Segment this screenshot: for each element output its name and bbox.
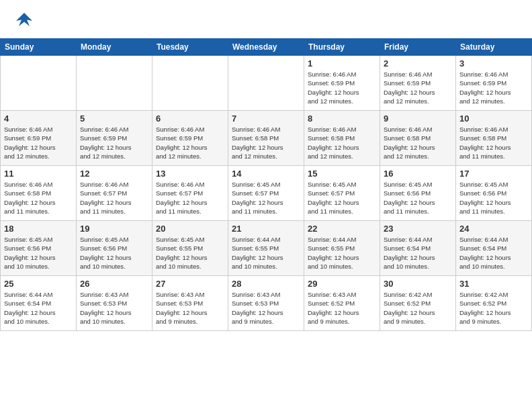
day-number: 19 <box>80 224 148 234</box>
weekday-header: Friday <box>380 39 456 56</box>
weekday-header: Sunday <box>1 39 77 56</box>
calendar-cell: 12Sunrise: 6:46 AM Sunset: 6:57 PM Dayli… <box>77 166 152 221</box>
calendar-week-row: 25Sunrise: 6:44 AM Sunset: 6:54 PM Dayli… <box>1 276 532 331</box>
calendar-cell: 29Sunrise: 6:43 AM Sunset: 6:52 PM Dayli… <box>304 276 380 331</box>
calendar-cell: 19Sunrise: 6:45 AM Sunset: 6:56 PM Dayli… <box>77 221 152 276</box>
day-number: 16 <box>384 169 452 179</box>
calendar-cell: 4Sunrise: 6:46 AM Sunset: 6:59 PM Daylig… <box>1 111 77 166</box>
day-info: Sunrise: 6:45 AM Sunset: 6:56 PM Dayligh… <box>384 180 452 216</box>
day-info: Sunrise: 6:44 AM Sunset: 6:55 PM Dayligh… <box>308 235 376 271</box>
day-number: 9 <box>384 113 452 124</box>
day-info: Sunrise: 6:43 AM Sunset: 6:52 PM Dayligh… <box>308 290 376 326</box>
day-info: Sunrise: 6:46 AM Sunset: 6:59 PM Dayligh… <box>4 125 73 161</box>
calendar-cell: 25Sunrise: 6:44 AM Sunset: 6:54 PM Dayli… <box>1 276 77 331</box>
day-info: Sunrise: 6:46 AM Sunset: 6:59 PM Dayligh… <box>384 70 452 105</box>
weekday-header: Wednesday <box>228 39 304 56</box>
day-number: 7 <box>232 113 300 124</box>
calendar-cell: 28Sunrise: 6:43 AM Sunset: 6:53 PM Dayli… <box>228 276 304 331</box>
calendar-week-row: 11Sunrise: 6:46 AM Sunset: 6:58 PM Dayli… <box>1 166 532 221</box>
day-info: Sunrise: 6:42 AM Sunset: 6:52 PM Dayligh… <box>459 290 528 326</box>
day-number: 22 <box>308 224 376 234</box>
day-info: Sunrise: 6:46 AM Sunset: 6:58 PM Dayligh… <box>384 125 452 161</box>
day-number: 20 <box>156 224 224 234</box>
day-number: 27 <box>156 279 224 289</box>
calendar-cell: 13Sunrise: 6:46 AM Sunset: 6:57 PM Dayli… <box>152 166 228 221</box>
day-info: Sunrise: 6:46 AM Sunset: 6:57 PM Dayligh… <box>80 180 148 216</box>
calendar-week-row: 4Sunrise: 6:46 AM Sunset: 6:59 PM Daylig… <box>1 111 532 166</box>
calendar-cell: 1Sunrise: 6:46 AM Sunset: 6:59 PM Daylig… <box>304 56 380 111</box>
day-number: 14 <box>232 169 300 179</box>
calendar-cell: 30Sunrise: 6:42 AM Sunset: 6:52 PM Dayli… <box>380 276 456 331</box>
day-number: 25 <box>4 279 73 289</box>
logo-icon <box>13 10 35 32</box>
day-number: 12 <box>80 169 148 179</box>
day-number: 17 <box>459 169 528 179</box>
weekday-header: Monday <box>77 39 152 56</box>
calendar-cell <box>152 56 228 111</box>
day-number: 21 <box>232 224 300 234</box>
calendar-cell: 15Sunrise: 6:45 AM Sunset: 6:57 PM Dayli… <box>304 166 380 221</box>
day-number: 23 <box>384 224 452 234</box>
header <box>0 0 532 38</box>
calendar-cell: 18Sunrise: 6:45 AM Sunset: 6:56 PM Dayli… <box>1 221 77 276</box>
day-info: Sunrise: 6:44 AM Sunset: 6:54 PM Dayligh… <box>459 235 528 271</box>
day-number: 24 <box>459 224 528 234</box>
day-number: 4 <box>4 113 73 124</box>
calendar-body: 1Sunrise: 6:46 AM Sunset: 6:59 PM Daylig… <box>1 56 532 331</box>
day-number: 26 <box>80 279 148 289</box>
day-number: 31 <box>459 279 528 289</box>
day-info: Sunrise: 6:45 AM Sunset: 6:56 PM Dayligh… <box>80 235 148 271</box>
day-info: Sunrise: 6:46 AM Sunset: 6:57 PM Dayligh… <box>156 180 224 216</box>
calendar-cell <box>228 56 304 111</box>
calendar-cell: 2Sunrise: 6:46 AM Sunset: 6:59 PM Daylig… <box>380 56 456 111</box>
calendar-cell: 7Sunrise: 6:46 AM Sunset: 6:58 PM Daylig… <box>228 111 304 166</box>
day-number: 3 <box>459 58 528 68</box>
calendar-cell: 16Sunrise: 6:45 AM Sunset: 6:56 PM Dayli… <box>380 166 456 221</box>
calendar-cell: 5Sunrise: 6:46 AM Sunset: 6:59 PM Daylig… <box>77 111 152 166</box>
day-info: Sunrise: 6:45 AM Sunset: 6:56 PM Dayligh… <box>459 180 528 216</box>
calendar-cell <box>1 56 77 111</box>
day-info: Sunrise: 6:45 AM Sunset: 6:57 PM Dayligh… <box>232 180 300 216</box>
weekday-header: Saturday <box>456 39 532 56</box>
calendar-cell: 24Sunrise: 6:44 AM Sunset: 6:54 PM Dayli… <box>456 221 532 276</box>
day-info: Sunrise: 6:46 AM Sunset: 6:58 PM Dayligh… <box>459 125 528 161</box>
day-info: Sunrise: 6:42 AM Sunset: 6:52 PM Dayligh… <box>384 290 452 326</box>
day-info: Sunrise: 6:43 AM Sunset: 6:53 PM Dayligh… <box>80 290 148 326</box>
day-number: 13 <box>156 169 224 179</box>
day-number: 2 <box>384 58 452 68</box>
day-number: 18 <box>4 224 73 234</box>
calendar-cell: 6Sunrise: 6:46 AM Sunset: 6:59 PM Daylig… <box>152 111 228 166</box>
weekday-header: Tuesday <box>152 39 228 56</box>
day-number: 1 <box>308 58 376 68</box>
day-number: 11 <box>4 169 73 179</box>
calendar-cell: 26Sunrise: 6:43 AM Sunset: 6:53 PM Dayli… <box>77 276 152 331</box>
day-info: Sunrise: 6:44 AM Sunset: 6:55 PM Dayligh… <box>232 235 300 271</box>
weekday-header-row: SundayMondayTuesdayWednesdayThursdayFrid… <box>1 39 532 56</box>
day-info: Sunrise: 6:46 AM Sunset: 6:59 PM Dayligh… <box>156 125 224 161</box>
calendar: SundayMondayTuesdayWednesdayThursdayFrid… <box>0 38 532 331</box>
day-info: Sunrise: 6:45 AM Sunset: 6:56 PM Dayligh… <box>4 235 73 271</box>
day-info: Sunrise: 6:46 AM Sunset: 6:58 PM Dayligh… <box>4 180 73 216</box>
day-number: 8 <box>308 113 376 124</box>
day-info: Sunrise: 6:43 AM Sunset: 6:53 PM Dayligh… <box>232 290 300 326</box>
logo <box>13 10 38 32</box>
calendar-cell: 31Sunrise: 6:42 AM Sunset: 6:52 PM Dayli… <box>456 276 532 331</box>
day-info: Sunrise: 6:46 AM Sunset: 6:58 PM Dayligh… <box>232 125 300 161</box>
calendar-cell: 17Sunrise: 6:45 AM Sunset: 6:56 PM Dayli… <box>456 166 532 221</box>
day-info: Sunrise: 6:44 AM Sunset: 6:54 PM Dayligh… <box>4 290 73 326</box>
calendar-cell: 20Sunrise: 6:45 AM Sunset: 6:55 PM Dayli… <box>152 221 228 276</box>
calendar-cell: 23Sunrise: 6:44 AM Sunset: 6:54 PM Dayli… <box>380 221 456 276</box>
day-number: 10 <box>459 113 528 124</box>
day-info: Sunrise: 6:46 AM Sunset: 6:58 PM Dayligh… <box>308 125 376 161</box>
day-info: Sunrise: 6:45 AM Sunset: 6:57 PM Dayligh… <box>308 180 376 216</box>
day-number: 28 <box>232 279 300 289</box>
day-info: Sunrise: 6:45 AM Sunset: 6:55 PM Dayligh… <box>156 235 224 271</box>
day-info: Sunrise: 6:46 AM Sunset: 6:59 PM Dayligh… <box>80 125 148 161</box>
calendar-cell: 8Sunrise: 6:46 AM Sunset: 6:58 PM Daylig… <box>304 111 380 166</box>
calendar-cell: 21Sunrise: 6:44 AM Sunset: 6:55 PM Dayli… <box>228 221 304 276</box>
day-info: Sunrise: 6:46 AM Sunset: 6:59 PM Dayligh… <box>459 70 528 105</box>
day-number: 6 <box>156 113 224 124</box>
calendar-week-row: 18Sunrise: 6:45 AM Sunset: 6:56 PM Dayli… <box>1 221 532 276</box>
calendar-cell: 9Sunrise: 6:46 AM Sunset: 6:58 PM Daylig… <box>380 111 456 166</box>
day-number: 29 <box>308 279 376 289</box>
